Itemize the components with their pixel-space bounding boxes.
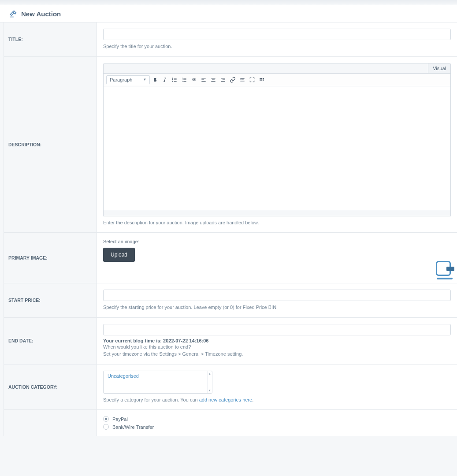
radio-icon [103, 416, 109, 422]
row-end-date: END DATE: Your current blog time is: 202… [4, 318, 457, 364]
add-categories-link[interactable]: add new categories here [199, 397, 252, 402]
label-payment [4, 410, 97, 436]
label-auction-category: AUCTION CATEGORY: [4, 364, 97, 410]
start-price-input[interactable] [103, 290, 451, 301]
row-start-price: START PRICE: Specify the starting price … [4, 283, 457, 318]
blockquote-button[interactable] [189, 75, 198, 84]
start-price-help: Specify the starting price for your auct… [103, 304, 451, 311]
category-scrollbar[interactable]: ▴▾ [207, 371, 212, 393]
radio-icon [103, 424, 109, 430]
title-input[interactable] [103, 29, 451, 40]
svg-rect-27 [260, 78, 261, 78]
upload-button[interactable]: Upload [103, 248, 135, 262]
label-description: DESCRIPTION: [4, 57, 97, 233]
svg-point-7 [173, 81, 173, 81]
format-select[interactable]: Paragraph▼ [106, 75, 150, 84]
svg-line-0 [164, 78, 165, 81]
svg-rect-32 [263, 79, 264, 80]
chat-widget[interactable] [436, 261, 457, 282]
page-header: New Auction [0, 5, 457, 22]
label-primary-image: PRIMARY IMAGE: [4, 233, 97, 283]
row-title: TITLE: Specify the title for your auctio… [4, 22, 457, 57]
row-payment: PayPal Bank/Wire Transfer [4, 410, 457, 436]
end-date-current-time: Your current blog time is: 2022-07-22 14… [103, 338, 451, 343]
description-help: Enter the description for your auction. … [103, 219, 451, 227]
category-option[interactable]: Uncategorised [104, 371, 212, 381]
italic-button[interactable] [160, 75, 169, 84]
editor-statusbar [104, 210, 450, 216]
link-button[interactable] [228, 75, 237, 84]
payment-option-bankwire[interactable]: Bank/Wire Transfer [103, 424, 451, 430]
align-right-button[interactable] [219, 75, 227, 84]
svg-point-3 [173, 78, 173, 78]
end-date-input[interactable] [103, 324, 451, 335]
payment-option-paypal[interactable]: PayPal [103, 416, 451, 422]
align-center-button[interactable] [209, 75, 218, 84]
select-image-label: Select an image: [103, 239, 451, 244]
bullet-list-button[interactable] [170, 75, 179, 84]
window-topbar [0, 0, 457, 5]
end-date-help-2: Set your timezone via the Settings > Gen… [103, 350, 451, 358]
category-help: Specify a category for your auction. You… [103, 396, 451, 404]
end-date-help-1: When would you like this auction to end? [103, 343, 451, 351]
svg-rect-31 [261, 79, 262, 80]
rich-text-editor: Visual Paragraph▼ 123 [103, 63, 451, 216]
bold-button[interactable] [151, 75, 160, 84]
row-description: DESCRIPTION: Visual Paragraph▼ 123 [4, 57, 457, 233]
row-primary-image: PRIMARY IMAGE: Select an image: Upload [4, 233, 457, 283]
row-auction-category: AUCTION CATEGORY: Uncategorised ▴▾ Speci… [4, 364, 457, 410]
page-title: New Auction [21, 10, 61, 18]
align-left-button[interactable] [199, 75, 208, 84]
readmore-button[interactable] [238, 75, 247, 84]
svg-point-5 [173, 79, 173, 80]
category-listbox[interactable]: Uncategorised ▴▾ [103, 371, 212, 394]
editor-textarea[interactable] [104, 86, 450, 210]
svg-rect-30 [260, 79, 261, 80]
fullscreen-button[interactable] [248, 75, 256, 84]
numbered-list-button[interactable]: 123 [180, 75, 189, 84]
label-end-date: END DATE: [4, 318, 97, 364]
editor-toolbar: Paragraph▼ 123 [104, 74, 450, 86]
title-help: Specify the title for your auction. [103, 43, 451, 50]
svg-rect-29 [263, 78, 264, 78]
label-start-price: START PRICE: [4, 283, 97, 318]
toolbar-toggle-button[interactable] [257, 75, 266, 84]
svg-rect-28 [261, 78, 262, 78]
auction-gavel-icon [9, 9, 18, 18]
editor-tab-visual[interactable]: Visual [428, 63, 450, 73]
label-title: TITLE: [4, 22, 97, 57]
svg-text:3: 3 [182, 80, 183, 82]
